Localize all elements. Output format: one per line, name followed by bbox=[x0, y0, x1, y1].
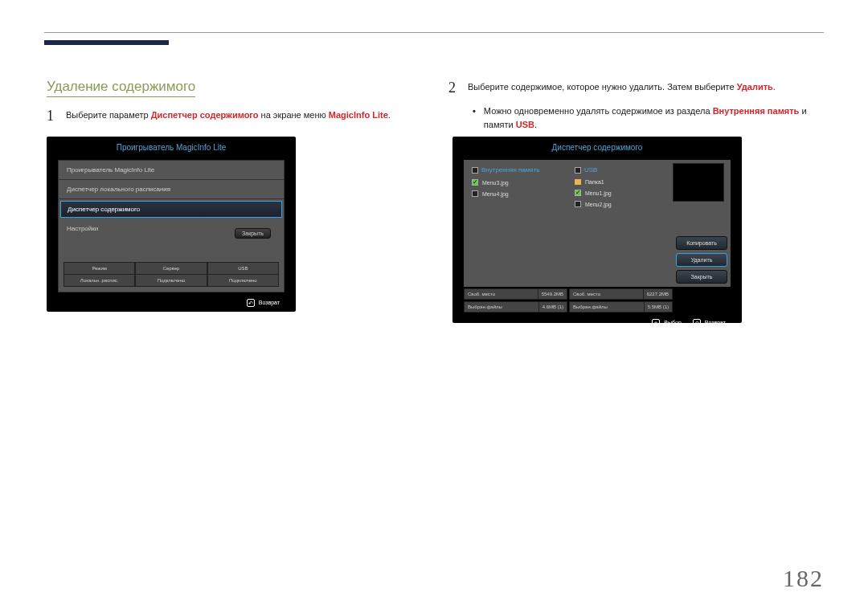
step-text: Выберите параметр Диспетчер содержимого … bbox=[66, 108, 391, 122]
menu-item-schedule[interactable]: Диспетчер локального расписания bbox=[59, 180, 284, 199]
free-space-internal: Своб. место 5549.2MB bbox=[464, 288, 567, 300]
bullet-note: • Можно одновременно удалять содержимое … bbox=[473, 104, 826, 131]
return-label: Возврат bbox=[259, 300, 280, 305]
panel2-body: Внутренняя память Menu3.jpg Menu4.jpg US… bbox=[464, 160, 731, 287]
step-number: 1 bbox=[47, 108, 54, 123]
copy-button[interactable]: Копировать bbox=[676, 236, 727, 250]
internal-memory-column: Внутренняя память Menu3.jpg Menu4.jpg bbox=[467, 163, 568, 284]
magicinfo-player-screenshot: Проигрыватель MagicInfo Lite Проигрывате… bbox=[47, 137, 296, 312]
section-title: Удаление содержимого bbox=[47, 79, 195, 97]
checkbox-icon[interactable] bbox=[472, 179, 478, 186]
left-column: 1 Выберите параметр Диспетчер содержимог… bbox=[47, 108, 408, 131]
right-column: 2 Выберите содержимое, которое нужно уда… bbox=[448, 80, 826, 131]
panel1-menu-list: Проигрыватель MagicInfo Lite Диспетчер л… bbox=[59, 161, 284, 247]
preview-box bbox=[673, 163, 724, 202]
panel2-footer: ◉ Выбор Возврат bbox=[452, 313, 742, 327]
checkbox-icon[interactable] bbox=[472, 190, 478, 197]
selected-files-usb: Выбран.файлы 5.5MB (1) bbox=[569, 301, 673, 313]
close-button[interactable]: Закрыть bbox=[676, 270, 727, 284]
usb-header[interactable]: USB bbox=[570, 163, 671, 177]
panel1-status-grid: Режим Локальн. распис. Сервер Подключено… bbox=[63, 262, 279, 287]
folder-icon bbox=[575, 179, 581, 185]
return-icon bbox=[693, 319, 701, 327]
internal-memory-header[interactable]: Внутренняя память bbox=[467, 163, 568, 177]
bullet-text: Можно одновременно удалять содержимое из… bbox=[484, 104, 826, 131]
panel1-footer: Возврат bbox=[47, 292, 296, 307]
delete-button[interactable]: Удалить bbox=[676, 253, 727, 267]
file-item[interactable]: Menu3.jpg bbox=[467, 177, 568, 188]
select-hint: ◉ Выбор bbox=[652, 319, 681, 327]
panel2-title: Диспетчер содержимого bbox=[452, 137, 742, 160]
menu-item-settings[interactable]: Настройки Закрыть bbox=[59, 219, 284, 247]
selected-files-internal: Выбран.файлы 4.6MB (1) bbox=[464, 301, 567, 313]
panel1-body: Проигрыватель MagicInfo Lite Диспетчер л… bbox=[58, 160, 285, 292]
file-item[interactable]: Menu1.jpg bbox=[570, 187, 671, 198]
file-item[interactable]: Menu4.jpg bbox=[467, 188, 568, 199]
status-usb: USB Подключено bbox=[207, 262, 279, 287]
file-item[interactable]: Menu2.jpg bbox=[570, 198, 671, 210]
step-text: Выберите содержимое, которое нужно удали… bbox=[468, 80, 776, 94]
file-item[interactable]: Папка1 bbox=[570, 177, 671, 187]
panel1-title: Проигрыватель MagicInfo Lite bbox=[47, 137, 296, 160]
return-icon bbox=[247, 299, 255, 307]
page-number: 182 bbox=[783, 565, 824, 592]
content-manager-screenshot: Диспетчер содержимого Внутренняя память … bbox=[452, 137, 742, 323]
checkbox-icon[interactable] bbox=[575, 201, 581, 207]
menu-item-player[interactable]: Проигрыватель MagicInfo Lite bbox=[59, 161, 284, 180]
stats-row-2: Выбран.файлы 4.6MB (1) Выбран.файлы 5.5M… bbox=[464, 301, 731, 313]
checkbox-icon[interactable] bbox=[575, 190, 581, 196]
checkbox-icon[interactable] bbox=[575, 167, 581, 174]
step-2: 2 Выберите содержимое, которое нужно уда… bbox=[448, 80, 826, 95]
return-hint: Возврат bbox=[693, 319, 726, 327]
header-accent bbox=[44, 40, 169, 45]
panel2-action-buttons: Копировать Удалить Закрыть bbox=[676, 236, 727, 284]
close-button[interactable]: Закрыть bbox=[235, 228, 271, 239]
menu-item-content-manager[interactable]: Диспетчер содержимого bbox=[60, 201, 282, 218]
checkbox-icon[interactable] bbox=[472, 167, 478, 174]
header-rule bbox=[44, 32, 824, 33]
usb-column: USB Папка1 Menu1.jpg Menu2.jpg bbox=[570, 163, 671, 284]
step-1: 1 Выберите параметр Диспетчер содержимог… bbox=[47, 108, 408, 123]
bullet-dot: • bbox=[473, 104, 476, 118]
status-server: Сервер Подключено bbox=[135, 262, 207, 287]
select-icon: ◉ bbox=[652, 319, 660, 327]
step-number: 2 bbox=[448, 80, 456, 95]
stats-row-1: Своб. место 5549.2MB Своб. место 6227.2M… bbox=[464, 288, 731, 300]
status-mode: Режим Локальн. распис. bbox=[63, 262, 135, 287]
free-space-usb: Своб. место 6227.2MB bbox=[569, 288, 673, 300]
